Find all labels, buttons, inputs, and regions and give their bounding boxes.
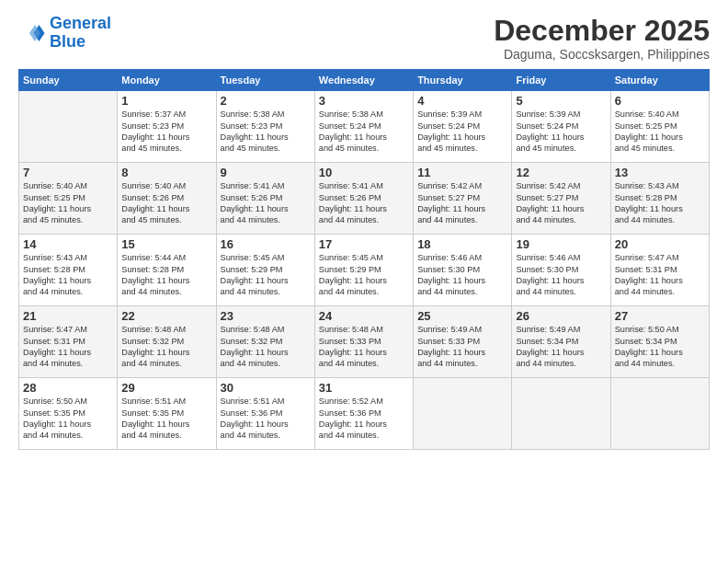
day-cell: 17Sunrise: 5:45 AM Sunset: 5:29 PM Dayli… [314, 235, 413, 306]
day-cell: 19Sunrise: 5:46 AM Sunset: 5:30 PM Dayli… [512, 235, 610, 306]
day-info: Sunrise: 5:52 AM Sunset: 5:36 PM Dayligh… [319, 396, 409, 442]
day-info: Sunrise: 5:49 AM Sunset: 5:33 PM Dayligh… [417, 324, 507, 370]
day-info: Sunrise: 5:46 AM Sunset: 5:30 PM Dayligh… [417, 252, 507, 298]
day-info: Sunrise: 5:48 AM Sunset: 5:33 PM Dayligh… [319, 324, 409, 370]
day-number: 18 [417, 237, 507, 251]
day-info: Sunrise: 5:41 AM Sunset: 5:26 PM Dayligh… [319, 180, 409, 226]
day-info: Sunrise: 5:41 AM Sunset: 5:26 PM Dayligh… [221, 180, 311, 226]
day-number: 11 [417, 166, 507, 179]
day-info: Sunrise: 5:50 AM Sunset: 5:35 PM Dayligh… [23, 396, 113, 442]
day-info: Sunrise: 5:42 AM Sunset: 5:27 PM Dayligh… [417, 180, 507, 226]
header-tuesday: Tuesday [216, 70, 314, 91]
day-number: 14 [23, 237, 113, 251]
day-number: 9 [221, 166, 311, 179]
header-monday: Monday [118, 70, 216, 91]
day-info: Sunrise: 5:39 AM Sunset: 5:24 PM Dayligh… [417, 109, 507, 155]
day-info: Sunrise: 5:45 AM Sunset: 5:29 PM Dayligh… [319, 252, 409, 298]
day-number: 22 [121, 309, 211, 323]
header-row: SundayMondayTuesdayWednesdayThursdayFrid… [19, 70, 710, 91]
calendar-page: General Blue December 2025 Daguma, Soccs… [0, 0, 728, 563]
day-cell: 6Sunrise: 5:40 AM Sunset: 5:25 PM Daylig… [610, 91, 709, 163]
day-number: 29 [121, 381, 211, 395]
day-cell: 27Sunrise: 5:50 AM Sunset: 5:34 PM Dayli… [610, 306, 709, 378]
day-cell: 11Sunrise: 5:42 AM Sunset: 5:27 PM Dayli… [414, 163, 512, 235]
day-info: Sunrise: 5:47 AM Sunset: 5:31 PM Dayligh… [615, 252, 705, 298]
logo: General Blue [18, 15, 111, 52]
week-row-1: 7Sunrise: 5:40 AM Sunset: 5:25 PM Daylig… [19, 163, 710, 235]
day-cell: 8Sunrise: 5:40 AM Sunset: 5:26 PM Daylig… [118, 163, 216, 235]
day-info: Sunrise: 5:38 AM Sunset: 5:24 PM Dayligh… [319, 109, 409, 155]
day-number: 30 [221, 381, 311, 395]
day-cell: 30Sunrise: 5:51 AM Sunset: 5:36 PM Dayli… [216, 378, 314, 450]
day-number: 26 [516, 309, 606, 323]
day-info: Sunrise: 5:42 AM Sunset: 5:27 PM Dayligh… [516, 180, 606, 226]
day-cell [610, 378, 709, 450]
calendar-table: SundayMondayTuesdayWednesdayThursdayFrid… [18, 69, 710, 450]
day-cell: 22Sunrise: 5:48 AM Sunset: 5:32 PM Dayli… [118, 306, 216, 378]
week-row-4: 28Sunrise: 5:50 AM Sunset: 5:35 PM Dayli… [19, 378, 710, 450]
day-number: 12 [516, 166, 606, 179]
logo-text: General Blue [50, 15, 111, 52]
day-info: Sunrise: 5:37 AM Sunset: 5:23 PM Dayligh… [121, 109, 211, 155]
day-cell: 29Sunrise: 5:51 AM Sunset: 5:35 PM Dayli… [118, 378, 216, 450]
day-cell: 4Sunrise: 5:39 AM Sunset: 5:24 PM Daylig… [414, 91, 512, 163]
header-saturday: Saturday [610, 70, 709, 91]
day-number: 6 [615, 94, 705, 108]
day-cell: 24Sunrise: 5:48 AM Sunset: 5:33 PM Dayli… [314, 306, 413, 378]
day-number: 23 [221, 309, 311, 323]
week-row-3: 21Sunrise: 5:47 AM Sunset: 5:31 PM Dayli… [19, 306, 710, 378]
day-number: 10 [319, 166, 409, 179]
page-subtitle: Daguma, Soccsksargen, Philippines [494, 47, 710, 62]
day-info: Sunrise: 5:44 AM Sunset: 5:28 PM Dayligh… [121, 252, 211, 298]
logo-icon [18, 19, 46, 47]
day-info: Sunrise: 5:45 AM Sunset: 5:29 PM Dayligh… [221, 252, 311, 298]
day-number: 20 [615, 237, 705, 251]
day-number: 5 [516, 94, 606, 108]
day-cell: 3Sunrise: 5:38 AM Sunset: 5:24 PM Daylig… [314, 91, 413, 163]
day-cell: 10Sunrise: 5:41 AM Sunset: 5:26 PM Dayli… [314, 163, 413, 235]
day-cell: 23Sunrise: 5:48 AM Sunset: 5:32 PM Dayli… [216, 306, 314, 378]
day-number: 24 [319, 309, 409, 323]
day-info: Sunrise: 5:48 AM Sunset: 5:32 PM Dayligh… [121, 324, 211, 370]
day-cell [19, 91, 118, 163]
day-number: 7 [23, 166, 113, 179]
day-cell: 12Sunrise: 5:42 AM Sunset: 5:27 PM Dayli… [512, 163, 610, 235]
day-info: Sunrise: 5:49 AM Sunset: 5:34 PM Dayligh… [516, 324, 606, 370]
day-cell: 2Sunrise: 5:38 AM Sunset: 5:23 PM Daylig… [216, 91, 314, 163]
day-cell: 26Sunrise: 5:49 AM Sunset: 5:34 PM Dayli… [512, 306, 610, 378]
day-number: 31 [319, 381, 409, 395]
page-title: December 2025 [494, 15, 710, 47]
day-info: Sunrise: 5:40 AM Sunset: 5:25 PM Dayligh… [615, 109, 705, 155]
day-number: 17 [319, 237, 409, 251]
day-info: Sunrise: 5:47 AM Sunset: 5:31 PM Dayligh… [23, 324, 113, 370]
day-cell: 14Sunrise: 5:43 AM Sunset: 5:28 PM Dayli… [19, 235, 118, 306]
day-cell: 15Sunrise: 5:44 AM Sunset: 5:28 PM Dayli… [118, 235, 216, 306]
header-thursday: Thursday [414, 70, 512, 91]
day-number: 28 [23, 381, 113, 395]
day-cell: 5Sunrise: 5:39 AM Sunset: 5:24 PM Daylig… [512, 91, 610, 163]
day-info: Sunrise: 5:39 AM Sunset: 5:24 PM Dayligh… [516, 109, 606, 155]
day-cell: 16Sunrise: 5:45 AM Sunset: 5:29 PM Dayli… [216, 235, 314, 306]
day-number: 8 [121, 166, 211, 179]
day-cell: 21Sunrise: 5:47 AM Sunset: 5:31 PM Dayli… [19, 306, 118, 378]
day-cell: 20Sunrise: 5:47 AM Sunset: 5:31 PM Dayli… [610, 235, 709, 306]
day-number: 19 [516, 237, 606, 251]
day-info: Sunrise: 5:38 AM Sunset: 5:23 PM Dayligh… [221, 109, 311, 155]
title-block: December 2025 Daguma, Soccsksargen, Phil… [494, 15, 710, 62]
day-info: Sunrise: 5:48 AM Sunset: 5:32 PM Dayligh… [221, 324, 311, 370]
logo-general: General [50, 14, 111, 32]
day-number: 1 [121, 94, 211, 108]
header-sunday: Sunday [19, 70, 118, 91]
header-wednesday: Wednesday [314, 70, 413, 91]
day-cell: 25Sunrise: 5:49 AM Sunset: 5:33 PM Dayli… [414, 306, 512, 378]
day-number: 27 [615, 309, 705, 323]
day-info: Sunrise: 5:50 AM Sunset: 5:34 PM Dayligh… [615, 324, 705, 370]
day-number: 25 [417, 309, 507, 323]
day-cell [512, 378, 610, 450]
day-info: Sunrise: 5:40 AM Sunset: 5:26 PM Dayligh… [121, 180, 211, 226]
week-row-2: 14Sunrise: 5:43 AM Sunset: 5:28 PM Dayli… [19, 235, 710, 306]
day-number: 3 [319, 94, 409, 108]
day-cell: 28Sunrise: 5:50 AM Sunset: 5:35 PM Dayli… [19, 378, 118, 450]
day-cell: 7Sunrise: 5:40 AM Sunset: 5:25 PM Daylig… [19, 163, 118, 235]
week-row-0: 1Sunrise: 5:37 AM Sunset: 5:23 PM Daylig… [19, 91, 710, 163]
